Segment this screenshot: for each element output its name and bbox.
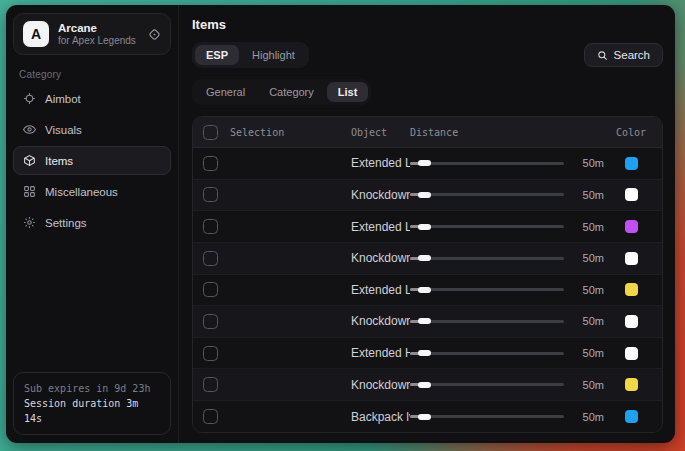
row-checkbox[interactable] [203, 187, 218, 202]
toolbar: ESP Highlight Search [192, 42, 663, 68]
slider-thumb[interactable] [418, 318, 431, 324]
row-distance-value: 50m [576, 315, 604, 327]
color-swatch[interactable] [625, 220, 638, 233]
column-header-object: Object [351, 127, 410, 138]
slider-thumb[interactable] [418, 350, 431, 356]
column-header-distance: Distance [410, 127, 610, 138]
view-tabs: General Category List [192, 79, 371, 105]
sidebar-item-label: Visuals [45, 124, 82, 136]
row-checkbox[interactable] [203, 156, 218, 171]
distance-slider[interactable] [410, 383, 564, 386]
sidebar-nav: Aimbot Visuals Items [13, 84, 171, 237]
slider-thumb[interactable] [418, 287, 431, 293]
row-distance-value: 50m [576, 284, 604, 296]
row-object: Knockdown Shield lvl. 3 [351, 314, 410, 328]
sidebar-item-aimbot[interactable]: Aimbot [13, 84, 171, 113]
sidebar-item-miscellaneous[interactable]: Miscellaneous [13, 177, 171, 206]
row-distance-value: 50m [576, 252, 604, 264]
row-checkbox[interactable] [203, 346, 218, 361]
table-row: Knockdown Shield lvl. 3 50m [193, 306, 662, 338]
sub-expires-text: Sub expires in 9d 23h [24, 381, 160, 396]
main-panel: Items ESP Highlight Search General Categ… [179, 5, 675, 443]
color-swatch[interactable] [625, 347, 638, 360]
row-object: Knockdown Shield lvl. 4 [351, 378, 410, 392]
row-checkbox[interactable] [203, 377, 218, 392]
grid-icon [23, 185, 36, 198]
slider-thumb[interactable] [418, 414, 431, 420]
table-row: Extended Light Mag Level 4 50m [193, 275, 662, 307]
tab-category[interactable]: Category [258, 82, 325, 102]
tab-general[interactable]: General [195, 82, 256, 102]
row-checkbox[interactable] [203, 314, 218, 329]
color-swatch[interactable] [625, 283, 638, 296]
color-swatch[interactable] [625, 378, 638, 391]
distance-slider[interactable] [410, 415, 564, 418]
tab-esp[interactable]: ESP [195, 45, 239, 65]
distance-slider[interactable] [410, 352, 564, 355]
table-row: Extended Heavy Mag Level 1 50m [193, 338, 662, 370]
select-all-checkbox[interactable] [203, 125, 218, 140]
app-header-card: A Arcane for Apex Legends [13, 13, 171, 55]
row-distance-value: 50m [576, 379, 604, 391]
slider-thumb[interactable] [418, 382, 431, 388]
slider-thumb[interactable] [418, 255, 431, 261]
sidebar-item-items[interactable]: Items [13, 146, 171, 175]
gear-icon [23, 216, 36, 229]
distance-slider[interactable] [410, 320, 564, 323]
table-header: Selection Object Distance Color [193, 117, 662, 148]
sidebar-item-visuals[interactable]: Visuals [13, 115, 171, 144]
color-swatch[interactable] [625, 315, 638, 328]
search-button[interactable]: Search [584, 43, 663, 67]
table-row: Knockdown Shield lvl. 4 50m [193, 369, 662, 401]
table-row: Extended Light Mag Level 2 50m [193, 148, 662, 180]
column-header-selection: Selection [230, 127, 284, 138]
page-title: Items [192, 17, 663, 32]
color-swatch[interactable] [625, 157, 638, 170]
eye-icon [23, 123, 36, 136]
package-icon [23, 154, 36, 167]
items-table: Selection Object Distance Color Extended… [192, 116, 663, 433]
distance-slider[interactable] [410, 288, 564, 291]
row-distance-value: 50m [576, 157, 604, 169]
row-checkbox[interactable] [203, 251, 218, 266]
row-checkbox[interactable] [203, 219, 218, 234]
sidebar-item-label: Settings [45, 217, 87, 229]
emblem-icon[interactable] [148, 28, 161, 41]
slider-thumb[interactable] [418, 160, 431, 166]
distance-slider[interactable] [410, 193, 564, 196]
menu-window: A Arcane for Apex Legends Category [6, 5, 675, 443]
row-object: Knockdown Shield lvl. 2 [351, 251, 410, 265]
session-duration-text: Session duration 3m 14s [24, 396, 160, 426]
row-object: Extended Light Mag Level 3 [351, 220, 410, 234]
color-swatch[interactable] [625, 188, 638, 201]
row-distance-value: 50m [576, 221, 604, 233]
app-title: Arcane [58, 22, 139, 35]
sidebar-item-settings[interactable]: Settings [13, 208, 171, 237]
row-object: Extended Light Mag Level 4 [351, 283, 410, 297]
tab-highlight[interactable]: Highlight [241, 45, 306, 65]
color-swatch[interactable] [625, 410, 638, 423]
row-distance-value: 50m [576, 189, 604, 201]
mode-tabs: ESP Highlight [192, 42, 309, 68]
column-header-color: Color [610, 127, 652, 138]
sidebar-item-label: Items [45, 155, 73, 167]
sidebar-item-label: Miscellaneous [45, 186, 118, 198]
distance-slider[interactable] [410, 162, 564, 165]
search-icon [597, 50, 608, 61]
tab-list[interactable]: List [327, 82, 369, 102]
table-row: Knockdown Shield lvl. 1 50m [193, 180, 662, 212]
row-checkbox[interactable] [203, 409, 218, 424]
distance-slider[interactable] [410, 225, 564, 228]
table-row: Backpack lvl. 1 50m [193, 401, 662, 432]
slider-thumb[interactable] [418, 224, 431, 230]
color-swatch[interactable] [625, 252, 638, 265]
row-object: Knockdown Shield lvl. 1 [351, 188, 410, 202]
app-logo: A [23, 21, 49, 47]
table-row: Extended Light Mag Level 3 50m [193, 211, 662, 243]
row-object: Extended Heavy Mag Level 1 [351, 346, 410, 360]
slider-thumb[interactable] [418, 192, 431, 198]
row-object: Extended Light Mag Level 2 [351, 156, 410, 170]
crosshair-icon [23, 92, 36, 105]
row-checkbox[interactable] [203, 282, 218, 297]
distance-slider[interactable] [410, 257, 564, 260]
